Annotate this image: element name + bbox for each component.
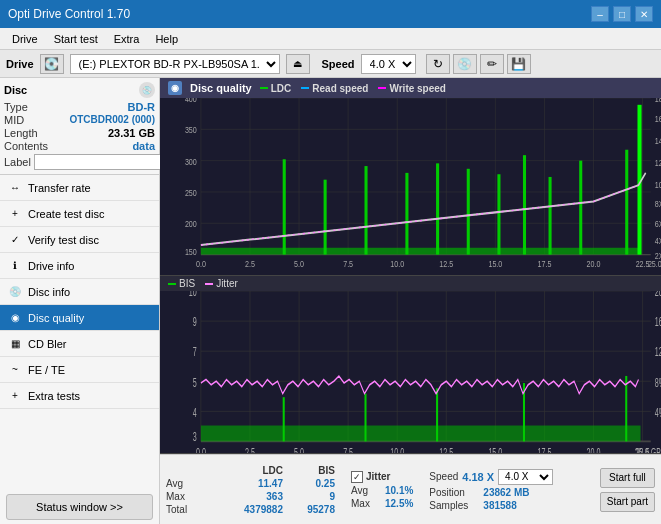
svg-text:10: 10 bbox=[189, 291, 197, 299]
sidebar-item-create-test-disc[interactable]: + Create test disc bbox=[0, 201, 159, 227]
create-test-disc-icon: + bbox=[8, 207, 22, 221]
speed-label: Speed bbox=[322, 58, 355, 70]
jitter-max-label: Max bbox=[351, 498, 381, 509]
svg-text:12.5: 12.5 bbox=[439, 446, 453, 454]
stats-left: LDC BIS Avg 11.47 0.25 Max 363 9 Total 4… bbox=[166, 465, 335, 515]
svg-text:5: 5 bbox=[193, 376, 197, 389]
svg-rect-48 bbox=[436, 163, 439, 254]
total-ldc: 4379882 bbox=[233, 504, 283, 515]
disc-type-row: Type BD-R bbox=[4, 101, 155, 113]
svg-text:15.0: 15.0 bbox=[488, 446, 502, 454]
sidebar-item-verify-test-disc[interactable]: ✓ Verify test disc bbox=[0, 227, 159, 253]
jitter-avg-value: 10.1% bbox=[385, 485, 413, 496]
svg-text:7.5: 7.5 bbox=[343, 258, 353, 269]
svg-text:300: 300 bbox=[185, 156, 197, 167]
refresh-button[interactable]: ↻ bbox=[426, 54, 450, 74]
svg-rect-100 bbox=[625, 376, 627, 441]
extra-tests-icon: + bbox=[8, 389, 22, 403]
pencil-button[interactable]: ✏ bbox=[480, 54, 504, 74]
cd-bler-icon: ▦ bbox=[8, 337, 22, 351]
verify-test-disc-icon: ✓ bbox=[8, 233, 22, 247]
speed-select[interactable]: 4.0 X bbox=[361, 54, 416, 74]
top-chart-svg: 400 350 300 250 200 150 18X 16X 14X 12X … bbox=[160, 98, 661, 275]
start-part-button[interactable]: Start part bbox=[600, 492, 655, 512]
jitter-checkbox[interactable]: ✓ bbox=[351, 471, 363, 483]
svg-text:18X: 18X bbox=[655, 98, 661, 104]
samples-value: 381588 bbox=[483, 500, 516, 511]
stats-jitter: ✓ Jitter Avg 10.1% Max 12.5% bbox=[351, 471, 413, 509]
bis-color-dot bbox=[168, 283, 176, 285]
sidebar-item-transfer-rate[interactable]: ↔ Transfer rate bbox=[0, 175, 159, 201]
sidebar-item-drive-info[interactable]: ℹ Drive info bbox=[0, 253, 159, 279]
disc-panel: Disc 💿 Type BD-R MID OTCBDR002 (000) Len… bbox=[0, 78, 159, 175]
maximize-button[interactable]: □ bbox=[613, 6, 631, 22]
svg-text:400: 400 bbox=[185, 98, 197, 104]
position-value: 23862 MB bbox=[483, 487, 529, 498]
svg-rect-49 bbox=[467, 169, 470, 255]
svg-text:5.0: 5.0 bbox=[294, 446, 304, 454]
status-window-button[interactable]: Status window >> bbox=[6, 494, 153, 520]
label-input[interactable] bbox=[34, 154, 163, 170]
sidebar-item-disc-info[interactable]: 💿 Disc info bbox=[0, 279, 159, 305]
legend-read-speed: Read speed bbox=[301, 83, 368, 94]
disc-quality-icon: ◉ bbox=[8, 311, 22, 325]
transfer-rate-icon: ↔ bbox=[8, 181, 22, 195]
jitter-color-dot bbox=[205, 283, 213, 285]
svg-rect-97 bbox=[364, 394, 366, 442]
samples-row: Samples 381588 bbox=[429, 500, 553, 511]
drive-action-buttons: ↻ 💿 ✏ 💾 bbox=[426, 54, 531, 74]
ldc-color-dot bbox=[260, 87, 268, 89]
svg-text:0.0: 0.0 bbox=[196, 258, 206, 269]
svg-text:8X: 8X bbox=[655, 198, 661, 209]
svg-text:4%: 4% bbox=[655, 406, 661, 419]
start-full-button[interactable]: Start full bbox=[600, 468, 655, 488]
sidebar-item-label: Disc info bbox=[28, 286, 70, 298]
disc-mid-label: MID bbox=[4, 114, 24, 126]
drive-select[interactable]: (E:) PLEXTOR BD-R PX-LB950SA 1.06 bbox=[70, 54, 280, 74]
window-controls: – □ ✕ bbox=[591, 6, 653, 22]
svg-rect-47 bbox=[405, 173, 408, 255]
sidebar-item-disc-quality[interactable]: ◉ Disc quality bbox=[0, 305, 159, 331]
sidebar-item-label: Transfer rate bbox=[28, 182, 91, 194]
menu-bar: Drive Start test Extra Help bbox=[0, 28, 661, 50]
svg-text:6X: 6X bbox=[655, 218, 661, 229]
ldc-header: LDC bbox=[233, 465, 283, 476]
title-bar: Opti Drive Control 1.70 – □ ✕ bbox=[0, 0, 661, 28]
sidebar-item-fe-te[interactable]: ~ FE / TE bbox=[0, 357, 159, 383]
eject-button[interactable]: ⏏ bbox=[286, 54, 310, 74]
disc-panel-icon: 💿 bbox=[139, 82, 155, 98]
legend-write-speed: Write speed bbox=[378, 83, 446, 94]
sidebar-item-extra-tests[interactable]: + Extra tests bbox=[0, 383, 159, 409]
sidebar-item-cd-bler[interactable]: ▦ CD Bler bbox=[0, 331, 159, 357]
svg-text:3: 3 bbox=[193, 430, 197, 443]
stats-empty bbox=[166, 465, 221, 476]
svg-rect-45 bbox=[324, 180, 327, 255]
menu-extra[interactable]: Extra bbox=[106, 31, 148, 47]
svg-text:9: 9 bbox=[193, 315, 197, 328]
samples-label: Samples bbox=[429, 500, 479, 511]
speed-select-sm[interactable]: 4.0 X bbox=[498, 469, 553, 485]
svg-text:0.0: 0.0 bbox=[196, 446, 206, 454]
menu-help[interactable]: Help bbox=[147, 31, 186, 47]
disc-button[interactable]: 💿 bbox=[453, 54, 477, 74]
legend-write-speed-label: Write speed bbox=[389, 83, 446, 94]
svg-text:12.5: 12.5 bbox=[439, 258, 453, 269]
bottom-chart: BIS Jitter bbox=[160, 276, 661, 454]
legend-ldc-label: LDC bbox=[271, 83, 292, 94]
chart-icon: ◉ bbox=[168, 81, 182, 95]
menu-drive[interactable]: Drive bbox=[4, 31, 46, 47]
disc-mid-value: OTCBDR002 (000) bbox=[69, 114, 155, 126]
svg-text:4X: 4X bbox=[655, 235, 661, 246]
close-button[interactable]: ✕ bbox=[635, 6, 653, 22]
chart-title: Disc quality bbox=[190, 82, 252, 94]
stats-max-row: Max 363 9 bbox=[166, 491, 335, 502]
svg-text:5.0: 5.0 bbox=[294, 258, 304, 269]
menu-start-test[interactable]: Start test bbox=[46, 31, 106, 47]
minimize-button[interactable]: – bbox=[591, 6, 609, 22]
svg-text:2.5: 2.5 bbox=[245, 446, 255, 454]
jitter-max-row: Max 12.5% bbox=[351, 498, 413, 509]
save-button[interactable]: 💾 bbox=[507, 54, 531, 74]
svg-text:7.5: 7.5 bbox=[343, 446, 353, 454]
stats-avg-row: Avg 11.47 0.25 bbox=[166, 478, 335, 489]
svg-text:2.5: 2.5 bbox=[245, 258, 255, 269]
